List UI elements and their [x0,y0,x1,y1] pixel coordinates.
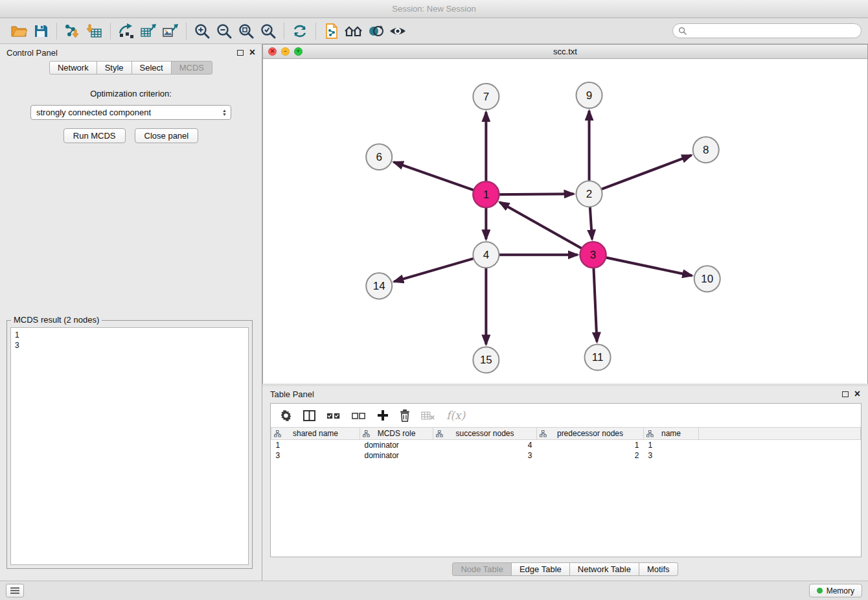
function-builder-icon[interactable]: f(x) [446,409,465,422]
zoom-out-icon[interactable] [213,21,235,41]
delete-column-icon[interactable] [400,410,410,422]
zoom-in-icon[interactable] [191,21,213,41]
import-network-from-file-icon[interactable] [62,21,84,41]
mcds-result-fieldset: MCDS result (2 nodes) 1 3 [6,320,253,569]
column-header-shared-name[interactable]: shared name [271,428,360,440]
table-toolbar: f(x) [271,404,861,427]
graph-node-4[interactable]: 4 [473,242,499,268]
table-cell: 3 [271,450,360,461]
network-document-icon[interactable] [321,21,343,41]
window-zoom-icon[interactable]: + [294,47,303,56]
main-toolbar [0,18,868,44]
table-header-row: shared name MCDS role successor nodes [271,428,861,440]
graph-node-8[interactable]: 8 [693,137,719,163]
close-panel-button[interactable]: Close panel [135,128,199,143]
tab-network-table[interactable]: Network Table [569,562,639,576]
window-titlebar: Session: New Session [0,0,868,18]
optimization-criterion-select[interactable]: strongly connected component ▲▼ [30,105,231,120]
delete-table-icon[interactable] [421,411,435,421]
zoom-fit-icon[interactable] [235,21,257,41]
search-input[interactable] [690,27,856,36]
zoom-selected-icon[interactable] [257,21,279,41]
home-views-icon[interactable] [343,21,365,41]
table-row[interactable]: 1dominator411 [271,440,861,450]
control-panel-tabs: Network Style Select MCDS [0,61,262,75]
import-table-from-file-icon[interactable] [84,21,106,41]
tab-mcds[interactable]: MCDS [171,61,212,75]
show-columns-icon[interactable] [303,410,315,421]
tab-select[interactable]: Select [131,61,172,75]
table-row[interactable]: 3dominator323 [271,450,861,461]
tab-style[interactable]: Style [97,61,132,75]
select-all-rows-icon[interactable] [326,411,341,421]
float-panel-icon[interactable] [237,50,244,56]
table-cell: 4 [433,440,537,450]
tab-node-table[interactable]: Node Table [452,562,512,576]
graph-node-2[interactable]: 2 [577,181,602,207]
add-column-icon[interactable] [377,410,389,421]
graph-node-9[interactable]: 9 [577,82,602,108]
table-cell: dominator [360,440,433,450]
graph-edge-3-1[interactable] [499,202,593,255]
column-header-successor-nodes[interactable]: successor nodes [433,428,537,440]
apply-layout-icon[interactable] [289,21,311,41]
graph-node-14[interactable]: 14 [366,273,392,299]
mcds-result-line: 1 [15,330,244,340]
toolbar-search[interactable] [672,23,862,38]
save-session-icon[interactable] [30,21,52,41]
table-cell: 3 [644,450,699,461]
new-network-table-icon[interactable] [137,21,159,41]
svg-text:14: 14 [373,280,385,292]
window-minimize-icon[interactable]: − [281,47,290,56]
graph-edge-2-8[interactable] [589,156,692,194]
graph-edge-4-14[interactable] [394,255,486,281]
toolbar-separator [186,23,187,40]
column-header-mcds-role[interactable]: MCDS role [360,428,433,440]
new-network-icon[interactable] [115,21,137,41]
mcds-result-list[interactable]: 1 3 [10,327,249,565]
export-image-icon[interactable] [159,21,181,41]
table-cell-filler [699,450,861,461]
traffic-lights: ✕ − + [268,47,303,56]
deselect-all-rows-icon[interactable] [352,411,366,421]
close-panel-icon[interactable]: × [249,49,255,56]
network-window-titlebar[interactable]: ✕ − + scc.txt [263,45,867,59]
graph-node-3[interactable]: 3 [580,242,606,268]
tab-motifs[interactable]: Motifs [639,562,678,576]
tab-edge-table[interactable]: Edge Table [511,562,570,576]
window-title: Session: New Session [392,4,475,14]
column-header-filler [699,428,861,440]
close-table-panel-icon[interactable]: × [854,391,860,397]
style-blend-icon[interactable] [365,21,387,41]
column-type-icon [274,430,281,439]
column-header-predecessor-nodes[interactable]: predecessor nodes [537,428,644,440]
open-file-icon[interactable] [8,21,30,41]
graph-edge-3-10[interactable] [593,255,692,275]
column-type-icon [646,430,654,439]
show-panels-list-icon[interactable] [6,584,24,597]
window-close-icon[interactable]: ✕ [268,47,277,56]
graph-node-11[interactable]: 11 [585,344,611,370]
table-settings-gear-icon[interactable] [280,410,292,422]
tab-network[interactable]: Network [49,61,97,75]
column-header-name[interactable]: name [644,428,699,440]
svg-text:1: 1 [483,189,489,201]
node-table-container: f(x) shared name [270,403,862,557]
run-mcds-button[interactable]: Run MCDS [63,128,126,143]
graph-node-7[interactable]: 7 [473,84,499,110]
graph-node-6[interactable]: 6 [366,144,392,170]
svg-text:15: 15 [480,354,492,366]
float-table-panel-icon[interactable] [842,391,849,397]
memory-button[interactable]: Memory [809,584,862,597]
graph-edge-1-6[interactable] [394,162,486,194]
svg-text:3: 3 [590,249,596,261]
graph-node-15[interactable]: 15 [473,347,499,373]
show-hide-graphics-icon[interactable] [387,21,409,41]
toolbar-separator [284,23,284,40]
network-view-window: ✕ − + scc.txt 7968124314101511 [262,44,868,384]
column-type-icon [540,430,547,439]
table-panel-tabs: Node Table Edge Table Network Table Moti… [262,562,868,576]
graph-node-1[interactable]: 1 [473,181,499,207]
network-canvas[interactable]: 7968124314101511 [263,59,867,384]
graph-node-10[interactable]: 10 [694,266,720,292]
